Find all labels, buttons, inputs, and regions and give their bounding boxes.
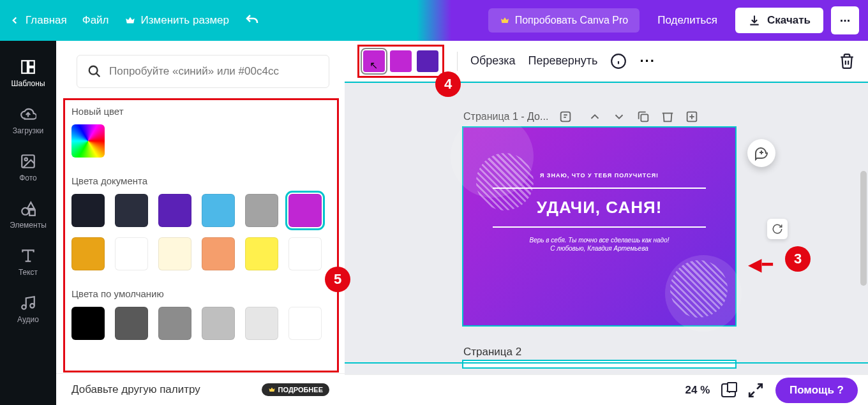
- annotation-badge-3: 3: [785, 246, 811, 272]
- info-icon[interactable]: [610, 53, 627, 70]
- sidebar-uploads[interactable]: Загрузки: [0, 97, 56, 144]
- color-swatch[interactable]: [115, 307, 148, 340]
- add-page-icon[interactable]: [685, 110, 699, 124]
- svg-line-14: [96, 73, 100, 77]
- svg-point-13: [89, 66, 98, 75]
- chevron-down-icon[interactable]: [612, 110, 626, 124]
- try-pro-button[interactable]: Попробовать Canva Pro: [488, 8, 640, 33]
- more-options-button[interactable]: ···: [640, 53, 655, 70]
- more-badge[interactable]: ПОДРОБНЕЕ: [262, 383, 329, 396]
- trash-icon[interactable]: [839, 53, 855, 70]
- sidebar-text[interactable]: Текст: [0, 239, 56, 286]
- sidebar-photos-label: Фото: [19, 173, 37, 182]
- sidebar: Шаблоны Загрузки Фото Элементы Текст Ауд…: [0, 41, 56, 405]
- flip-button[interactable]: Перевернуть: [528, 54, 597, 68]
- new-color-title: Новый цвет: [71, 106, 329, 117]
- sidebar-photos[interactable]: Фото: [0, 144, 56, 191]
- cursor-icon: ↖: [370, 59, 378, 71]
- color-swatch[interactable]: [288, 237, 322, 270]
- svg-rect-19: [641, 114, 648, 121]
- design-page-1[interactable]: Я ЗНАЮ, ЧТО У ТЕБЯ ПОЛУЧИТСЯ! УДАЧИ, САН…: [463, 128, 735, 325]
- chevron-up-icon[interactable]: [588, 110, 602, 124]
- color-swatch[interactable]: [71, 307, 105, 340]
- color-swatch[interactable]: [115, 194, 148, 227]
- page-indicator[interactable]: 4: [721, 383, 736, 397]
- sidebar-text-label: Текст: [19, 268, 38, 277]
- fullscreen-icon[interactable]: [747, 382, 764, 399]
- color-swatch[interactable]: [245, 307, 278, 340]
- color-panel-body: Новый цвет Цвета документа Цвета по умол…: [56, 98, 345, 373]
- sidebar-audio[interactable]: Аудио: [0, 286, 56, 333]
- templates-icon: [20, 59, 36, 75]
- add-comment-button[interactable]: [747, 139, 775, 167]
- color-swatch[interactable]: [202, 194, 235, 227]
- color-chip[interactable]: [390, 50, 412, 72]
- annotation-badge-5: 5: [325, 267, 350, 292]
- zoom-level[interactable]: 24 %: [685, 384, 710, 397]
- download-icon: [748, 14, 761, 27]
- share-button[interactable]: Поделиться: [647, 8, 728, 33]
- home-button[interactable]: Главная: [9, 14, 67, 27]
- page-header: Страница 1 - До...: [463, 110, 855, 124]
- card-title: УДАЧИ, САНЯ!: [476, 198, 722, 217]
- color-search[interactable]: [77, 55, 329, 88]
- help-button[interactable]: Помощь ?: [775, 378, 858, 403]
- music-icon: [20, 295, 36, 311]
- sidebar-elements[interactable]: Элементы: [0, 191, 56, 239]
- scrollbar[interactable]: [860, 171, 867, 286]
- color-swatch[interactable]: [245, 237, 278, 270]
- svg-point-12: [30, 304, 34, 308]
- color-swatch[interactable]: [115, 237, 148, 270]
- svg-rect-3: [29, 68, 34, 73]
- color-swatch[interactable]: [288, 307, 322, 340]
- guide-line: [345, 362, 868, 364]
- color-chips: ↖: [357, 45, 444, 78]
- reload-button[interactable]: [767, 219, 788, 239]
- canvas-area: Страница 1 - До... Я ЗНАЮ, ЧТО У ТЕБЯ ПО…: [345, 82, 868, 379]
- bg-stripes: [670, 260, 728, 318]
- crown-icon: [124, 15, 136, 26]
- try-pro-label: Попробовать Canva Pro: [515, 15, 629, 26]
- color-swatch[interactable]: [158, 237, 191, 270]
- more-button[interactable]: ···: [831, 6, 859, 34]
- color-chip[interactable]: ↖: [363, 50, 385, 72]
- chevron-left-icon: [9, 15, 20, 26]
- color-swatch[interactable]: [158, 194, 191, 227]
- resize-label: Изменить размер: [141, 14, 230, 27]
- resize-button[interactable]: Изменить размер: [124, 14, 230, 27]
- trash-icon[interactable]: [661, 110, 675, 124]
- topbar-left: Главная Файл Изменить размер: [9, 13, 260, 28]
- color-chip[interactable]: [417, 50, 438, 72]
- color-swatch[interactable]: [245, 194, 278, 227]
- download-label: Скачать: [767, 14, 811, 27]
- color-swatch[interactable]: [71, 237, 105, 270]
- color-swatch[interactable]: [202, 307, 235, 340]
- sidebar-templates[interactable]: Шаблоны: [0, 50, 56, 97]
- text-icon: [20, 247, 36, 264]
- add-palette-label[interactable]: Добавьте другую палитру: [71, 383, 200, 396]
- doc-colors-title: Цвета документа: [71, 175, 329, 186]
- shapes-icon: [20, 200, 36, 217]
- note-icon[interactable]: [558, 110, 572, 124]
- download-button[interactable]: Скачать: [735, 8, 823, 33]
- sidebar-uploads-label: Загрузки: [13, 126, 43, 135]
- default-swatches: [71, 307, 329, 340]
- crop-button[interactable]: Обрезка: [470, 54, 515, 68]
- divider-line: [493, 226, 706, 228]
- color-picker-button[interactable]: [71, 124, 105, 158]
- annotation-arrow: ◀━: [748, 254, 773, 275]
- color-swatch[interactable]: [202, 237, 235, 270]
- duplicate-icon[interactable]: [636, 110, 650, 124]
- file-menu[interactable]: Файл: [82, 14, 109, 27]
- crown-icon: [268, 386, 276, 394]
- image-icon: [20, 153, 36, 170]
- svg-point-11: [22, 305, 26, 309]
- color-swatch[interactable]: [288, 194, 322, 227]
- svg-rect-2: [29, 61, 34, 66]
- color-search-input[interactable]: [109, 65, 318, 78]
- color-swatch[interactable]: [158, 307, 191, 340]
- color-panel: Новый цвет Цвета документа Цвета по умол…: [56, 41, 345, 405]
- color-swatch[interactable]: [71, 194, 105, 227]
- undo-icon[interactable]: [244, 13, 260, 28]
- sidebar-elements-label: Элементы: [10, 221, 47, 230]
